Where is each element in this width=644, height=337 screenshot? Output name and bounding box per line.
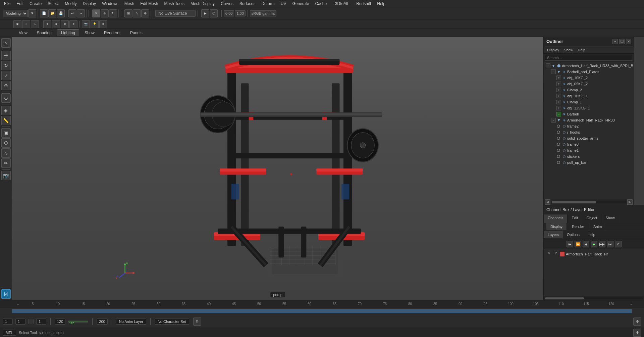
tree-item-frame2[interactable]: ⬡ frame2	[544, 123, 634, 129]
lasso-btn[interactable]: ⊙	[1, 93, 11, 103]
expand-clamp1[interactable]: +	[556, 100, 561, 104]
tab-shading[interactable]: Shading	[33, 30, 56, 36]
select-btn[interactable]: ↖	[92, 9, 100, 17]
freeze-btn[interactable]: ❄	[69, 20, 77, 28]
play-fwd-btn[interactable]: ▶	[591, 241, 597, 247]
soft-sel-btn[interactable]: ◉	[52, 20, 60, 28]
tree-item-barbell[interactable]: − ▼ Barbell	[544, 111, 634, 117]
expand-obj05kg2[interactable]: +	[556, 82, 561, 86]
manip-btn[interactable]: ⊕	[43, 20, 51, 28]
sym-btn[interactable]: ⊗	[61, 20, 69, 28]
frame-start-input[interactable]	[3, 319, 13, 325]
select-tool-btn[interactable]: ↖	[1, 38, 11, 48]
select-mode-btn[interactable]: ▣	[13, 20, 21, 28]
menu-mesh-tools[interactable]: Mesh Tools	[162, 1, 187, 7]
render-cam-btn[interactable]: 📷	[1, 171, 11, 180]
tree-item-frame1[interactable]: ⬡ frame1	[544, 147, 634, 153]
expand-obj10kg2[interactable]: +	[556, 76, 561, 80]
timeline-ruler[interactable]: 1 5 10 15 20 25 30 35 40 45 50 55 60 65 …	[0, 300, 644, 307]
menu-mesh[interactable]: Mesh	[122, 1, 137, 7]
grid-btn[interactable]: ⊞	[99, 20, 107, 28]
script-mode-input[interactable]	[3, 330, 16, 336]
outliner-show-menu[interactable]: Show	[562, 47, 575, 53]
tree-item-frame3[interactable]: ⬡ frame3	[544, 141, 634, 147]
tab-display[interactable]: Display	[546, 223, 567, 230]
expand-rack-hr33[interactable]: −	[551, 118, 556, 123]
tree-item-spotter[interactable]: ⬡ solid_spotter_arms	[544, 135, 634, 141]
sculpt-btn[interactable]: ✏	[1, 158, 11, 168]
tree-item-clamp1[interactable]: + ✳ Clamp_1	[544, 99, 634, 105]
layer-tab-options[interactable]: Options	[563, 231, 584, 238]
layer-tab-layers[interactable]: Layers	[544, 231, 563, 238]
tab-render[interactable]: Render	[568, 223, 588, 230]
snap-point-btn[interactable]: ⊕	[141, 9, 149, 17]
char-set-btn[interactable]: ⚙	[193, 318, 201, 326]
rotate-btn[interactable]: ↻	[109, 9, 117, 17]
camera-btn[interactable]: 📷	[82, 20, 90, 28]
menu-edit-mesh[interactable]: Edit Mesh	[138, 1, 161, 7]
open-btn[interactable]: 📁	[48, 9, 56, 17]
menu-uv[interactable]: UV	[278, 1, 289, 7]
redo-btn[interactable]: ↪	[77, 9, 85, 17]
poly-btn[interactable]: ▣	[1, 128, 11, 138]
outliner-help-menu[interactable]: Help	[576, 47, 588, 53]
tree-item-obj05kg2[interactable]: + ✳ obj_05KG_2	[544, 81, 634, 87]
move-tool-btn[interactable]: ✛	[1, 51, 11, 60]
play-back-btn[interactable]: ◀	[583, 241, 589, 247]
tree-item-jhooks[interactable]: ⬡ j_hooks	[544, 129, 634, 135]
tab-panels[interactable]: Panels	[126, 30, 147, 36]
menu-create[interactable]: Create	[27, 1, 44, 7]
expand-clamp2[interactable]: +	[556, 88, 561, 92]
comp-mode-btn[interactable]: △	[31, 20, 39, 28]
menu-edit[interactable]: Edit	[14, 1, 26, 7]
outliner-minimize-btn[interactable]: −	[612, 39, 618, 44]
tree-item-obj125kg1[interactable]: + ✳ obj_125KG_1	[544, 105, 634, 111]
menu-redshift[interactable]: Redshift	[354, 1, 374, 7]
menu-modify[interactable]: Modify	[62, 1, 79, 7]
layer-v-label[interactable]: V	[546, 251, 552, 257]
subd-btn[interactable]: ⬡	[1, 138, 11, 148]
expand-root1[interactable]: −	[546, 63, 550, 68]
step-back-btn[interactable]: ⏪	[575, 241, 581, 247]
settings-btn[interactable]: ⚙	[633, 318, 641, 326]
menu-windows[interactable]: Windows	[99, 1, 121, 7]
expand-barbell[interactable]: −	[556, 112, 561, 116]
outliner-left-arrow[interactable]: ◀	[545, 199, 550, 205]
snap-btn[interactable]: ◈	[1, 106, 11, 115]
menu-generate[interactable]: Generate	[289, 1, 312, 7]
scale-tool-btn[interactable]: ⤢	[1, 71, 11, 80]
save-btn[interactable]: 💾	[57, 9, 65, 17]
tab-show[interactable]: Show	[601, 214, 619, 223]
go-start-btn[interactable]: ⏮	[567, 241, 573, 247]
outliner-restore-btn[interactable]: ❐	[619, 39, 625, 44]
mode-select[interactable]: Modeling	[3, 10, 28, 17]
outliner-close-btn[interactable]: ✕	[626, 39, 631, 44]
outliner-search-input[interactable]	[545, 55, 633, 61]
menu-surfaces[interactable]: Surfaces	[237, 1, 258, 7]
tab-view[interactable]: View	[15, 30, 32, 36]
menu-select[interactable]: Select	[45, 1, 61, 7]
menu-3dtoall[interactable]: –3DtoAll–	[330, 1, 353, 7]
step-fwd-btn[interactable]: ▶▶	[599, 241, 605, 247]
layer-tab-help[interactable]: Help	[584, 231, 599, 238]
loop-btn[interactable]: ↺	[615, 241, 622, 247]
tree-item-obj10kg1[interactable]: + ✳ obj_10KG_1	[544, 93, 634, 99]
anim-progress-bar[interactable]: 120	[68, 321, 88, 323]
expand-obj10kg1[interactable]: +	[556, 94, 561, 98]
layer-p-label[interactable]: P	[553, 251, 558, 257]
tab-show[interactable]: Show	[80, 30, 99, 36]
tree-item-rack-hr33[interactable]: − ▼ ✳ Armortech_Half_Rack_HR33	[544, 117, 634, 123]
tab-object[interactable]: Object	[582, 214, 601, 223]
outliner-tree[interactable]: − ▼ ⬢ Armortech_Half_Rack_HR33_with_SPRI…	[544, 62, 634, 199]
tab-anim-layer[interactable]: Anim	[589, 223, 606, 230]
viewport[interactable]: x y z persp	[12, 37, 543, 300]
outliner-display-menu[interactable]: Display	[545, 47, 561, 53]
menu-help[interactable]: Help	[374, 1, 388, 7]
maya-icon-btn[interactable]: M	[1, 289, 11, 299]
rotate-tool-btn[interactable]: ↻	[1, 61, 11, 70]
channel-scrollbar[interactable]	[544, 296, 644, 300]
menu-cache[interactable]: Cache	[312, 1, 329, 7]
menu-mesh-display[interactable]: Mesh Display	[188, 1, 217, 7]
light-btn[interactable]: 💡	[91, 20, 99, 28]
go-end-btn[interactable]: ⏭	[607, 241, 613, 247]
